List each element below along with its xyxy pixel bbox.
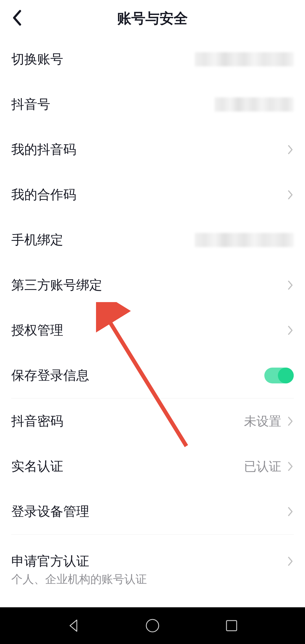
list-item-label: 登录设备管理 [11, 503, 89, 520]
list-item-my-douyin-code[interactable]: 我的抖音码 [0, 127, 305, 172]
blurred-value [195, 233, 294, 247]
chevron-right-icon [287, 280, 294, 291]
list-item-right [287, 556, 294, 567]
list-item-right [195, 52, 294, 66]
chevron-right-icon [287, 556, 294, 567]
list-item-save-login-info: 保存登录信息 [0, 353, 305, 398]
chevron-right-icon [287, 189, 294, 200]
list-item-subtitle: 个人、企业机构的账号认证 [0, 571, 305, 593]
list-item-right [287, 506, 294, 517]
nav-back-button[interactable] [65, 617, 82, 634]
list-item-label: 我的合作码 [11, 186, 76, 204]
nav-home-button[interactable] [144, 617, 161, 634]
list-item-authorization-management[interactable]: 授权管理 [0, 308, 305, 353]
list-item-right: 未设置 [244, 413, 294, 430]
chevron-right-icon [287, 506, 294, 517]
list-item-douyin-password[interactable]: 抖音密码 未设置 [0, 399, 305, 444]
list-item-label: 授权管理 [11, 322, 63, 339]
list-item-right [195, 233, 294, 247]
back-button[interactable] [11, 9, 22, 27]
list-item-label: 申请官方认证 [11, 553, 89, 570]
svg-point-2 [146, 619, 159, 632]
svg-rect-3 [226, 621, 237, 631]
list-item-right [287, 325, 294, 336]
list-item-switch-account[interactable]: 切换账号 [0, 37, 305, 82]
page-title: 账号与安全 [117, 9, 188, 28]
chevron-right-icon [287, 325, 294, 336]
list-item-my-cooperation-code[interactable]: 我的合作码 [0, 172, 305, 217]
list-item-phone-binding[interactable]: 手机绑定 [0, 217, 305, 263]
list-item-label: 第三方账号绑定 [11, 276, 102, 294]
blurred-value [215, 97, 294, 112]
chevron-right-icon [287, 144, 294, 155]
list-item-value: 未设置 [244, 413, 281, 430]
list-item-right [287, 144, 294, 155]
list-item-right [287, 189, 294, 200]
toggle-save-login[interactable] [264, 368, 294, 383]
list-item-right: 已认证 [244, 458, 294, 475]
chevron-right-icon [287, 416, 294, 427]
list-item-login-device-management[interactable]: 登录设备管理 [0, 489, 305, 534]
list-item-value: 已认证 [244, 458, 281, 475]
list-item-douyin-id[interactable]: 抖音号 [0, 82, 305, 127]
blurred-value [195, 52, 294, 66]
list-item-right [264, 368, 294, 383]
list-item-label: 切换账号 [11, 51, 63, 68]
list-item-right [215, 97, 294, 112]
back-icon [11, 9, 22, 26]
system-nav-bar [0, 607, 305, 644]
list-item-real-name-verification[interactable]: 实名认证 已认证 [0, 444, 305, 489]
chevron-right-icon [287, 461, 294, 472]
list-item-right [287, 280, 294, 291]
list-item-label: 我的抖音码 [11, 141, 76, 158]
list-item-label: 保存登录信息 [11, 367, 89, 384]
nav-recent-button[interactable] [223, 617, 240, 634]
header: 账号与安全 [0, 0, 305, 37]
list-item-label: 抖音号 [11, 96, 50, 113]
content: 切换账号 抖音号 我的抖音码 我的合作码 手机绑定 [0, 37, 305, 593]
list-item-label: 手机绑定 [11, 231, 63, 249]
list-item-third-party-binding[interactable]: 第三方账号绑定 [0, 263, 305, 308]
toggle-knob [278, 368, 294, 383]
list-item-label: 抖音密码 [11, 412, 63, 430]
list-item-label: 实名认证 [11, 458, 63, 475]
